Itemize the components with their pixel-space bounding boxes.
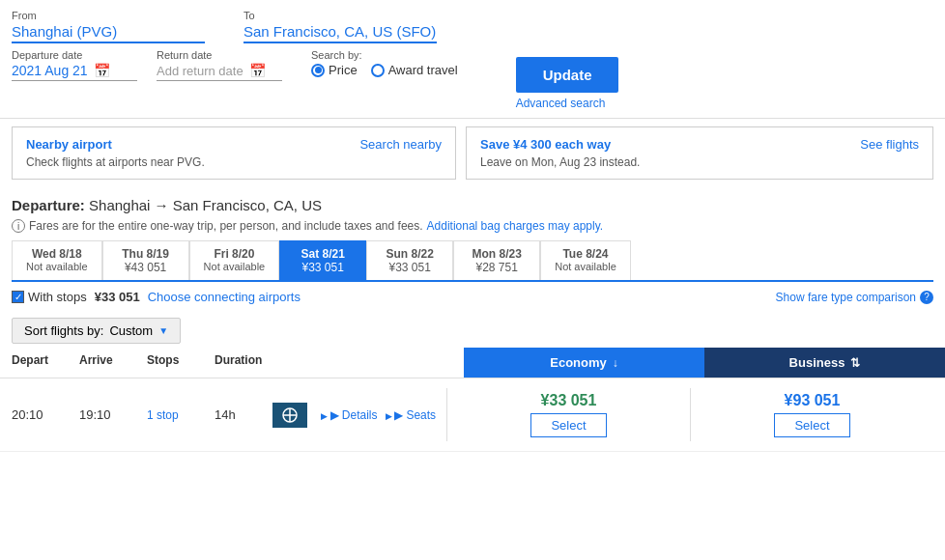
sort-dropdown-icon: ▼	[158, 325, 168, 336]
flight-depart: 20:10	[12, 407, 79, 422]
economy-price: ¥33 051	[541, 392, 597, 409]
flight-stops: 1 stop	[147, 407, 215, 422]
flight-info-header: Depart Arrive Stops Duration	[0, 348, 464, 378]
economy-header: Economy ↓	[464, 348, 704, 378]
stops-link[interactable]: 1 stop	[147, 408, 179, 422]
departure-route: Shanghai → San Francisco, CA, US	[89, 197, 322, 213]
from-value[interactable]: Shanghai (PVG)	[12, 23, 205, 43]
return-placeholder: Add return date	[157, 64, 243, 78]
fare-compare-label: Show fare type comparison	[776, 291, 916, 304]
duration-header: Duration	[215, 353, 311, 372]
price-radio-label: Price	[329, 63, 358, 77]
departure-label: Departure date	[12, 49, 137, 61]
date-tab-4[interactable]: Sun 8/22¥33 051	[366, 240, 453, 280]
fare-compare[interactable]: Show fare type comparison ?	[776, 291, 933, 304]
save-title: Save ¥4 300 each way	[480, 137, 611, 152]
stops-checkbox-icon	[12, 291, 24, 303]
seats-link[interactable]: ▶ Seats	[386, 408, 437, 422]
depart-header: Depart	[12, 353, 79, 372]
search-by-group: Search by: Price Award travel	[311, 49, 458, 77]
airline-logo-svg	[274, 405, 305, 426]
sort-button[interactable]: Sort flights by: Custom ▼	[12, 318, 181, 344]
details-link[interactable]: ▶ Details	[321, 408, 378, 422]
departure-date-field: Departure date 2021 Aug 21 📅	[12, 49, 137, 81]
to-label: To	[243, 10, 437, 21]
business-price: ¥93 051	[785, 392, 841, 409]
business-label: Business	[789, 355, 845, 370]
date-tab-1[interactable]: Thu 8/19¥43 051	[102, 240, 189, 280]
table-row: 20:10 19:10 1 stop 14h ▶ Details ▶ Seats…	[0, 378, 945, 452]
departure-input-wrap[interactable]: 2021 Aug 21 📅	[12, 63, 137, 81]
bag-charges-link[interactable]: Additional bag charges may apply.	[427, 219, 604, 233]
departure-value: 2021 Aug 21	[12, 63, 88, 78]
search-by-label: Search by:	[311, 49, 458, 61]
date-tab-2[interactable]: Fri 8/20Not available	[189, 240, 280, 280]
nearby-airport-banner: Nearby airport Search nearby Check fligh…	[12, 126, 456, 180]
sort-bar: Sort flights by: Custom ▼	[0, 312, 945, 348]
advanced-search-link[interactable]: Advanced search	[516, 97, 619, 110]
departure-header: Departure: Shanghai → San Francisco, CA,…	[0, 187, 945, 217]
save-text: Leave on Mon, Aug 23 instead.	[480, 155, 919, 169]
nearby-title: Nearby airport	[26, 137, 112, 152]
filter-row: With stops ¥33 051 Choose connecting air…	[0, 282, 945, 312]
return-calendar-icon: 📅	[249, 63, 266, 78]
business-price-cell: ¥93 051 Select	[690, 388, 933, 441]
question-icon: ?	[920, 291, 933, 304]
calendar-icon: 📅	[94, 63, 110, 78]
from-field: From Shanghai (PVG)	[12, 10, 205, 43]
economy-sort-icon[interactable]: ↓	[613, 356, 618, 370]
update-button[interactable]: Update	[516, 57, 619, 93]
choose-airports-link[interactable]: Choose connecting airports	[148, 290, 301, 304]
award-radio-circle	[371, 64, 385, 77]
return-input-wrap[interactable]: Add return date 📅	[157, 63, 282, 81]
save-banner: Save ¥4 300 each way See flights Leave o…	[466, 126, 933, 180]
fares-text: Fares are for the entire one-way trip, p…	[29, 219, 423, 233]
airline-logo	[272, 403, 307, 428]
sort-value: Custom	[109, 323, 153, 338]
nearby-text: Check flights at airports near PVG.	[26, 155, 442, 169]
with-stops-label: With stops	[28, 290, 87, 304]
award-radio-label: Award travel	[388, 63, 458, 77]
economy-label: Economy	[550, 355, 607, 370]
date-tab-0[interactable]: Wed 8/18Not available	[12, 240, 102, 280]
date-tab-3[interactable]: Sat 8/21¥33 051	[279, 240, 366, 280]
return-date-field: Return date Add return date 📅	[157, 49, 282, 81]
to-value[interactable]: San Francisco, CA, US (SFO)	[243, 23, 437, 43]
to-field: To San Francisco, CA, US (SFO)	[243, 10, 437, 43]
info-icon: i	[12, 219, 25, 233]
date-tabs: Wed 8/18Not availableThu 8/19¥43 051Fri …	[12, 240, 933, 282]
date-tab-6[interactable]: Tue 8/24Not available	[540, 240, 631, 280]
business-select-button[interactable]: Select	[774, 413, 849, 437]
date-tab-5[interactable]: Mon 8/23¥28 751	[453, 240, 540, 280]
airline-logo-wrap	[272, 403, 321, 428]
flight-arrive: 19:10	[79, 407, 147, 422]
stops-header: Stops	[147, 353, 215, 372]
flights-list: 20:10 19:10 1 stop 14h ▶ Details ▶ Seats…	[0, 378, 945, 452]
arrive-header: Arrive	[79, 353, 147, 372]
info-banners: Nearby airport Search nearby Check fligh…	[12, 126, 933, 180]
with-stops-checkbox[interactable]: With stops	[12, 290, 87, 304]
departure-label-text: Departure:	[12, 197, 85, 213]
see-flights-link[interactable]: See flights	[860, 137, 919, 152]
price-radio[interactable]: Price	[311, 63, 358, 77]
economy-select-button[interactable]: Select	[530, 413, 606, 437]
economy-price-cell: ¥33 051 Select	[446, 388, 690, 441]
from-label: From	[12, 10, 205, 21]
sort-label: Sort flights by:	[24, 323, 103, 338]
stops-price: ¥33 051	[95, 290, 140, 304]
search-nearby-link[interactable]: Search nearby	[359, 137, 442, 152]
return-label: Return date	[157, 49, 282, 61]
results-header: Depart Arrive Stops Duration Economy ↓ B…	[0, 348, 945, 378]
business-sort-icon[interactable]: ⇅	[850, 356, 860, 370]
fares-note: i Fares are for the entire one-way trip,…	[0, 217, 945, 240]
award-radio[interactable]: Award travel	[371, 63, 458, 77]
price-radio-circle	[311, 64, 325, 77]
flight-duration: 14h	[215, 407, 272, 422]
flight-links: ▶ Details ▶ Seats	[321, 408, 446, 422]
business-header: Business ⇅	[704, 348, 945, 378]
